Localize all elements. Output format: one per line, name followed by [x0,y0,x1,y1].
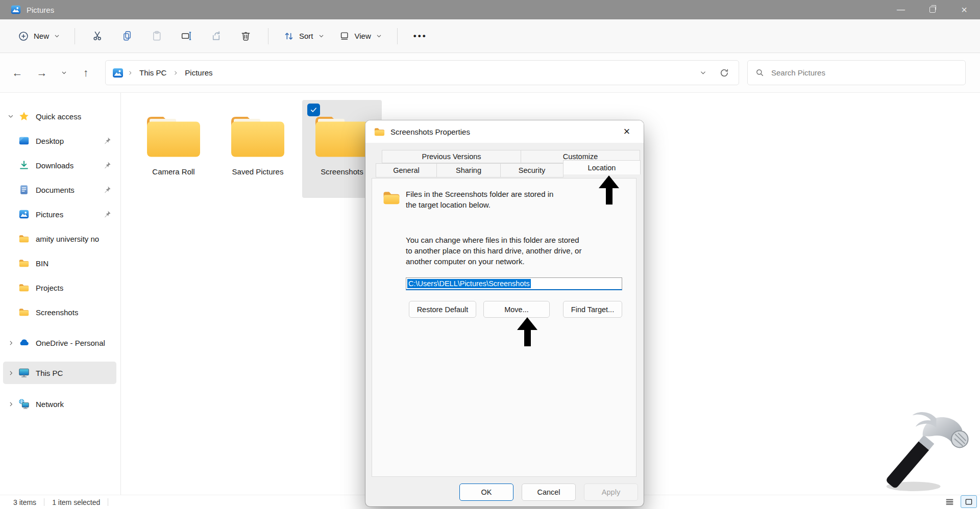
copy-button[interactable] [112,24,142,48]
view-icon [339,31,350,42]
chevron-down-icon [7,113,14,120]
new-button[interactable]: New [11,26,67,46]
selection-count: 1 item selected [52,498,100,506]
folder-name: Screenshots [321,167,363,176]
refresh-icon[interactable] [719,68,729,78]
chevron-right-icon [8,401,14,408]
pin-icon [103,186,111,194]
folder-tile-camera-roll[interactable]: Camera Roll [134,100,213,198]
pin-icon [103,210,111,218]
sidebar-item-network[interactable]: Network [3,393,116,415]
paste-button[interactable] [142,24,172,48]
chevron-right-icon [8,340,14,346]
location-tab-panel: Files in the Screenshots folder are stor… [372,178,636,477]
tab-location[interactable]: Location [563,160,641,174]
search-input[interactable] [770,68,958,78]
cancel-button[interactable]: Cancel [522,483,576,501]
sidebar-label: Desktop [36,137,64,145]
large-icons-view-button[interactable] [961,495,977,508]
sidebar-label: Network [36,400,64,409]
minimize-button[interactable]: — [885,0,917,19]
more-options-button[interactable]: ••• [405,31,435,41]
sidebar-item-amity-university[interactable]: amity university no [3,227,116,250]
sidebar-label: Screenshots [36,308,78,317]
recent-locations-button[interactable] [54,61,74,85]
sidebar-label: Quick access [36,112,81,121]
pin-icon [103,137,111,145]
sidebar-item-desktop[interactable]: Desktop [3,130,116,152]
tab-sharing[interactable]: Sharing [436,163,501,177]
share-icon [210,30,222,42]
up-button[interactable]: ↑ [74,61,98,85]
details-view-button[interactable] [941,495,958,508]
sidebar-label: Documents [36,186,75,194]
folder-icon [143,111,204,160]
breadcrumb-pictures[interactable]: Pictures [182,68,215,77]
selected-checkbox[interactable] [307,104,320,116]
folder-name: Camera Roll [152,167,194,176]
navigation-pane: Quick access Desktop Downloads Documents [0,93,121,495]
large-icons-view-icon [965,498,973,505]
desktop-icon [18,135,30,146]
cut-button[interactable] [83,24,112,48]
new-label: New [34,32,49,40]
target-path-input[interactable]: C:\Users\DELL\Pictures\Screenshots [406,277,622,290]
address-bar[interactable]: This PC Pictures [105,60,739,85]
sidebar-item-bin[interactable]: BIN [3,252,116,274]
sort-icon [283,31,295,42]
restore-button[interactable] [917,0,948,19]
sidebar-item-documents[interactable]: Documents [3,179,116,201]
window-controls: — × [885,0,980,19]
forward-button[interactable]: → [30,61,54,85]
this-pc-monitor-icon [18,367,30,378]
dialog-close-button[interactable]: × [618,123,635,140]
pictures-icon [18,209,30,220]
paste-icon [151,30,163,42]
tab-previous-versions[interactable]: Previous Versions [382,150,521,163]
tab-security[interactable]: Security [500,163,564,177]
folder-tile-saved-pictures[interactable]: Saved Pictures [218,100,298,198]
address-row: ← → ↑ This PC Pictures [0,53,980,93]
chevron-right-icon [173,70,179,76]
sidebar-item-downloads[interactable]: Downloads [3,154,116,176]
search-box[interactable] [747,60,966,85]
move-button[interactable]: Move... [483,301,550,318]
sort-label: Sort [299,32,313,40]
toolbar-separator [75,28,75,44]
restore-icon [929,7,936,13]
close-button[interactable]: × [948,0,980,19]
sidebar-label: OneDrive - Personal [36,339,105,347]
pictures-app-icon [10,4,21,15]
find-target-button[interactable]: Find Target... [563,301,622,318]
tab-general[interactable]: General [376,163,437,177]
chevron-down-icon [376,33,382,39]
sidebar-item-pictures[interactable]: Pictures [3,203,116,225]
window-title: Pictures [27,6,54,14]
arrow-shaft [524,330,531,346]
sidebar-item-onedrive[interactable]: OneDrive - Personal [3,332,116,354]
sort-dropdown[interactable]: Sort [276,24,332,48]
share-button[interactable] [201,24,231,48]
back-button[interactable]: ← [5,61,30,85]
delete-button[interactable] [231,24,260,48]
view-dropdown[interactable]: View [332,24,389,48]
sidebar-item-this-pc[interactable]: This PC [3,362,116,384]
breadcrumb-this-pc[interactable]: This PC [136,68,169,77]
sidebar-item-projects[interactable]: Projects [3,276,116,299]
sidebar-item-screenshots[interactable]: Screenshots [3,301,116,323]
annotation-arrow-move-button [517,317,538,346]
documents-icon [18,184,30,195]
pin-icon [103,161,111,169]
arrow-head [599,175,619,188]
apply-button[interactable]: Apply [584,483,638,501]
trash-icon [240,30,252,42]
ok-button[interactable]: OK [459,483,513,501]
rename-button[interactable] [172,24,201,48]
folder-icon [18,307,30,318]
address-dropdown-icon[interactable] [699,69,707,77]
title-bar: Pictures — × [0,0,980,19]
view-label: View [355,32,371,40]
restore-default-button[interactable]: Restore Default [409,301,476,318]
sidebar-item-quick-access[interactable]: Quick access [3,105,116,128]
details-view-icon [945,498,954,505]
